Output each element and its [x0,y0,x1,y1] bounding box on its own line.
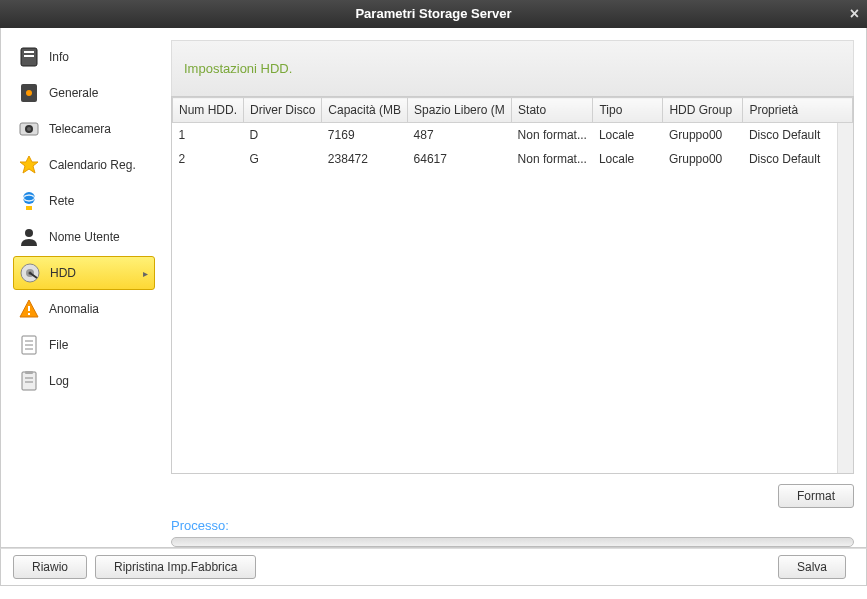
svg-marker-8 [20,156,38,173]
svg-rect-18 [28,313,30,315]
factory-reset-button[interactable]: Ripristina Imp.Fabbrica [95,555,256,579]
sidebar-item-label: Rete [49,194,74,208]
close-icon[interactable]: × [850,0,859,28]
sidebar-item-label: File [49,338,68,352]
sidebar-item-telecamera[interactable]: Telecamera [13,112,155,146]
section-title: Impostazioni HDD. [171,40,854,96]
sidebar-item-rete[interactable]: Rete [13,184,155,218]
sidebar-item-label: Nome Utente [49,230,120,244]
cell-type: Locale [593,147,663,171]
network-icon [17,189,41,213]
svg-rect-17 [28,306,30,311]
sidebar-item-label: HDD [50,266,76,280]
svg-point-7 [27,127,31,131]
format-button[interactable]: Format [778,484,854,508]
svg-rect-23 [22,372,36,390]
cell-capacity: 238472 [322,147,408,171]
camera-icon [17,117,41,141]
cell-free: 487 [408,123,512,148]
table-row[interactable]: 2 G 238472 64617 Non format... Locale Gr… [173,147,853,171]
table-row[interactable]: 1 D 7169 487 Non format... Locale Gruppo… [173,123,853,148]
user-icon [17,225,41,249]
col-free[interactable]: Spazio Libero (M [408,98,512,123]
cell-driver: G [244,147,322,171]
svg-rect-11 [26,206,32,210]
sidebar-item-label: Info [49,50,69,64]
restart-button[interactable]: Riawio [13,555,87,579]
content-panel: Impostazioni HDD. Num HDD. Driver Disco … [163,40,854,547]
col-num[interactable]: Num HDD. [173,98,244,123]
sidebar-item-log[interactable]: Log [13,364,155,398]
cell-group: Gruppo00 [663,123,743,148]
sidebar-item-label: Log [49,374,69,388]
footer: Riawio Ripristina Imp.Fabbrica Salva [0,548,867,586]
process-label: Processo: [171,518,854,533]
hdd-table-container: Num HDD. Driver Disco Capacità (MB Spazi… [171,96,854,474]
col-type[interactable]: Tipo [593,98,663,123]
svg-rect-2 [24,55,34,57]
chevron-right-icon: ▸ [143,268,148,279]
table-header-row: Num HDD. Driver Disco Capacità (MB Spazi… [173,98,853,123]
cell-status: Non format... [512,147,593,171]
progress-bar [171,537,854,547]
cell-group: Gruppo00 [663,147,743,171]
sidebar-item-file[interactable]: File [13,328,155,362]
sidebar-item-label: Telecamera [49,122,111,136]
hdd-table: Num HDD. Driver Disco Capacità (MB Spazi… [172,97,853,171]
info-icon [17,45,41,69]
sidebar-item-calendario[interactable]: Calendario Reg. [13,148,155,182]
sidebar-item-label: Generale [49,86,98,100]
col-property[interactable]: Proprietà [743,98,853,123]
log-icon [17,369,41,393]
sidebar-item-label: Calendario Reg. [49,158,136,172]
col-status[interactable]: Stato [512,98,593,123]
sidebar-item-hdd[interactable]: HDD ▸ [13,256,155,290]
titlebar: Parametri Storage Server × [0,0,867,28]
sidebar-item-generale[interactable]: Generale [13,76,155,110]
format-row: Format [171,484,854,508]
window-title: Parametri Storage Server [355,6,511,21]
cell-status: Non format... [512,123,593,148]
sidebar-item-info[interactable]: Info [13,40,155,74]
svg-rect-1 [24,51,34,53]
calendar-icon [17,153,41,177]
sidebar-item-anomalia[interactable]: Anomalia [13,292,155,326]
sidebar-item-utente[interactable]: Nome Utente [13,220,155,254]
main-container: Info Generale Telecamera Calendario Reg. [0,28,867,548]
cell-num: 2 [173,147,244,171]
svg-point-4 [26,90,32,96]
sidebar-item-label: Anomalia [49,302,99,316]
warning-icon [17,297,41,321]
svg-point-9 [23,192,35,204]
file-icon [17,333,41,357]
cell-capacity: 7169 [322,123,408,148]
save-button[interactable]: Salva [778,555,846,579]
cell-num: 1 [173,123,244,148]
col-driver[interactable]: Driver Disco [244,98,322,123]
svg-rect-24 [25,371,33,374]
col-group[interactable]: HDD Group [663,98,743,123]
vertical-scrollbar[interactable] [837,123,853,473]
cell-free: 64617 [408,147,512,171]
sidebar: Info Generale Telecamera Calendario Reg. [13,40,163,547]
col-capacity[interactable]: Capacità (MB [322,98,408,123]
cell-driver: D [244,123,322,148]
general-icon [17,81,41,105]
cell-type: Locale [593,123,663,148]
svg-point-12 [25,229,33,237]
hdd-icon [18,261,42,285]
